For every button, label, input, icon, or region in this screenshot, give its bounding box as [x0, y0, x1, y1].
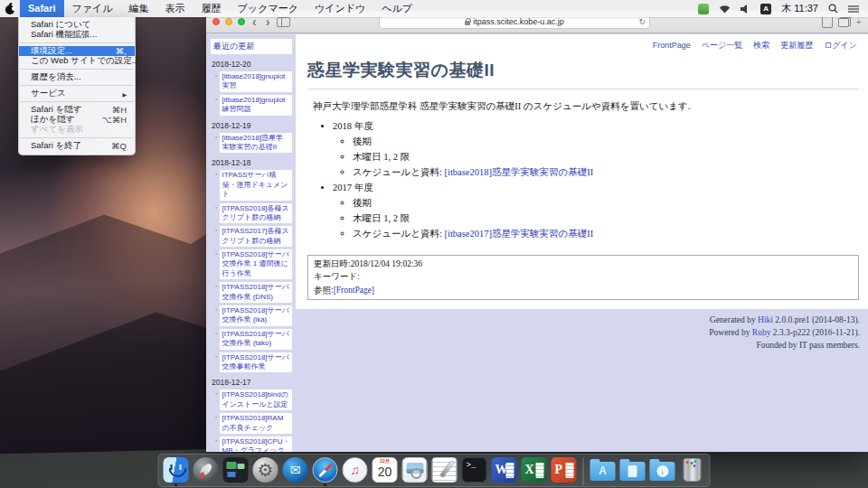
- dock-item-finder[interactable]: [164, 457, 189, 487]
- menubar-item-safari[interactable]: Safari: [20, 0, 64, 17]
- wiki-nav-link[interactable]: ログイン: [824, 41, 857, 50]
- safari-icon: [313, 457, 338, 483]
- wiki-nav: FrontPageページ一覧検索更新履歴ログイン: [307, 37, 859, 55]
- sidebar-wiki-link[interactable]: [ITPASS2018]サーバ交換作業 (ika): [220, 305, 292, 326]
- dock-item-folder-downloads[interactable]: ↓: [650, 457, 675, 487]
- menu-bar-clock[interactable]: 木 11:37: [781, 2, 818, 15]
- wiki-nav-link[interactable]: 更新履歴: [780, 41, 813, 50]
- menu-item-shortcut: ⌥⌘H: [102, 115, 127, 125]
- wifi-icon[interactable]: [719, 5, 731, 14]
- menubar-item-bookmarks[interactable]: ブックマーク: [230, 0, 307, 17]
- sidebar-toggle-icon[interactable]: [277, 17, 290, 27]
- minimize-window-button[interactable]: [225, 18, 232, 25]
- wiki-nav-link[interactable]: ページ一覧: [702, 41, 742, 50]
- sidebar-list-item: ◦[ITPASS2018]サーバ交換作業 1 週間後に行う作業: [215, 249, 292, 279]
- bullet-icon: ◦: [215, 329, 217, 338]
- tab-overview-icon[interactable]: [838, 17, 851, 27]
- app-status-icon[interactable]: [698, 4, 709, 14]
- schedule-link[interactable]: [itbase2018]惑星学実験実習の基礎II: [445, 167, 594, 177]
- sidebar-wiki-link[interactable]: [ITPASS2018]サーバ交換作業 (tako): [220, 329, 292, 350]
- menu-separator: [20, 101, 134, 102]
- apple-menu-icon[interactable]: [0, 4, 20, 14]
- sidebar-wiki-link[interactable]: [ITPASS2018]サーバ交換作業 1 週間後に行う作業: [220, 249, 292, 279]
- reload-icon[interactable]: [639, 17, 646, 26]
- sidebar-wiki-link[interactable]: [ITPASS2018]RAM の不良チェック: [220, 413, 292, 434]
- folder-applications-icon: A: [590, 462, 616, 481]
- sidebar-wiki-link[interactable]: ITPASSサーバ構築・運用ドキュメント: [220, 170, 292, 200]
- intro-paragraph: 神戸大学理学部惑星学科 惑星学実験実習の基礎II のスケジュールや資料を置いてい…: [313, 100, 859, 113]
- frontpage-link[interactable]: [FrontPage]: [334, 286, 374, 295]
- footer-link[interactable]: Ruby: [752, 328, 771, 337]
- folder-glyph: ↓: [656, 465, 668, 477]
- menu-item-quit-safari[interactable]: Safari を終了⌘Q: [19, 141, 135, 151]
- bullet-icon: ◦: [215, 226, 217, 235]
- dock-item-textedit[interactable]: [432, 457, 458, 487]
- wiki-nav-link[interactable]: 検索: [753, 41, 769, 50]
- sidebar-wiki-link[interactable]: [itbase2018]gnuplot 実習: [220, 71, 292, 92]
- trash-icon: [684, 458, 702, 482]
- close-window-button[interactable]: [212, 18, 220, 25]
- menubar-item-edit[interactable]: 編集: [121, 0, 157, 17]
- dock-item-calendar[interactable]: 12月20: [373, 457, 398, 487]
- dock-item-safari[interactable]: [313, 457, 338, 487]
- spotlight-icon[interactable]: [828, 4, 838, 14]
- dock-item-system-preferences[interactable]: [253, 457, 278, 487]
- footer-text: Founded by IT pass members.: [756, 341, 860, 350]
- footer-line: Generated by Hiki 2.0.0.pre1 (2014-08-13…: [296, 314, 860, 326]
- menubar-item-view[interactable]: 表示: [157, 0, 193, 17]
- sidebar-wiki-link[interactable]: [ITPASS2018]サーバ交換事前作業: [220, 352, 292, 373]
- sidebar-list-item: ◦[ITPASS2018]サーバ交換作業 (DNS): [215, 282, 292, 303]
- zoom-window-button[interactable]: [238, 18, 245, 25]
- dock-item-powerpoint[interactable]: P: [552, 457, 577, 487]
- footer-link[interactable]: Hiki: [758, 315, 773, 324]
- schedule-label: スケジュールと資料:: [353, 229, 445, 239]
- new-tab-icon[interactable]: [856, 16, 862, 27]
- dock-item-mission-control[interactable]: [223, 457, 249, 487]
- forward-button[interactable]: [264, 16, 272, 27]
- dock-item-thunderbird[interactable]: [283, 457, 308, 487]
- office-letter: P: [552, 463, 563, 477]
- sidebar-wiki-link[interactable]: [ITPASS2018]サーバ交換作業 (DNS): [220, 282, 292, 303]
- sidebar-list-item: ◦[ITPASS2018]サーバ交換事前作業: [215, 352, 292, 373]
- menu-item-safari-extensions[interactable]: Safari 機能拡張...: [19, 30, 135, 40]
- meta-box: 更新日時:2018/12/04 19:02:36 キーワード: 参照:[Fron…: [307, 255, 859, 300]
- dock-item-itunes[interactable]: [343, 457, 368, 487]
- safari-dropdown-menu: Safari についてSafari 機能拡張...環境設定...⌘,この Web…: [18, 17, 136, 155]
- dock-item-folder-documents[interactable]: [620, 457, 646, 487]
- dock-item-folder-applications[interactable]: A: [590, 457, 616, 487]
- back-button[interactable]: [250, 16, 259, 27]
- sidebar-wiki-link[interactable]: [ITPASS2018]各種スクリプト群の格納: [220, 203, 292, 224]
- schedule-link[interactable]: [itbase2017]惑星学実験実習の基礎II: [445, 229, 594, 239]
- dock-item-word[interactable]: W: [492, 457, 517, 487]
- footer-line: Powered by Ruby 2.3.3-p222 (2016-11-21).: [296, 326, 860, 339]
- menubar-item-history[interactable]: 履歴: [193, 0, 230, 17]
- wiki-nav-link[interactable]: FrontPage: [653, 41, 691, 50]
- menubar-item-window[interactable]: ウインドウ: [307, 0, 373, 17]
- volume-icon[interactable]: [741, 5, 750, 14]
- menubar-item-file[interactable]: ファイル: [64, 0, 121, 17]
- menu-item-clear-history[interactable]: 履歴を消去...: [19, 72, 135, 82]
- schedule-item: スケジュールと資料: [itbase2017]惑星学実験実習の基礎II: [353, 228, 859, 240]
- share-icon[interactable]: [822, 16, 833, 28]
- menu-item-services[interactable]: サービス: [19, 89, 135, 99]
- input-source-icon[interactable]: A: [760, 4, 771, 14]
- dock-item-terminal[interactable]: [462, 457, 487, 487]
- sidebar-wiki-link[interactable]: [itbase2018]惑星学実験実習の基礎II: [220, 133, 292, 154]
- dock-item-excel[interactable]: X: [522, 457, 547, 487]
- running-indicator: [324, 483, 326, 486]
- slot-item: 木曜日 1, 2 限: [353, 151, 859, 164]
- dock-item-preview[interactable]: [402, 457, 428, 487]
- year-item: 2018 年度後期木曜日 1, 2 限スケジュールと資料: [itbase201…: [333, 120, 859, 179]
- sidebar-wiki-link[interactable]: [itbase2018]gnuplot 練習問題: [220, 95, 292, 116]
- ref-line: 参照:[FrontPage]: [314, 284, 853, 296]
- sidebar-wiki-link[interactable]: [ITPASS2018]bindのインストールと設定: [220, 389, 292, 410]
- dock-item-launchpad[interactable]: [193, 457, 219, 487]
- dock-item-trash[interactable]: [680, 457, 705, 487]
- notification-center-icon[interactable]: [848, 5, 859, 14]
- menu-item-website-settings[interactable]: この Web サイトでの設定...: [19, 56, 135, 66]
- sidebar-wiki-link[interactable]: [ITPASS2017]各種スクリプト群の格納: [220, 226, 292, 247]
- menubar-item-help[interactable]: ヘルプ: [373, 0, 420, 17]
- menu-item-label: サービス: [31, 88, 66, 99]
- sidebar-wiki-link[interactable]: [ITPASS2018]CPU・MB・グラフィックボード・電源の不良チェック: [220, 436, 292, 452]
- running-indicator: [175, 483, 177, 486]
